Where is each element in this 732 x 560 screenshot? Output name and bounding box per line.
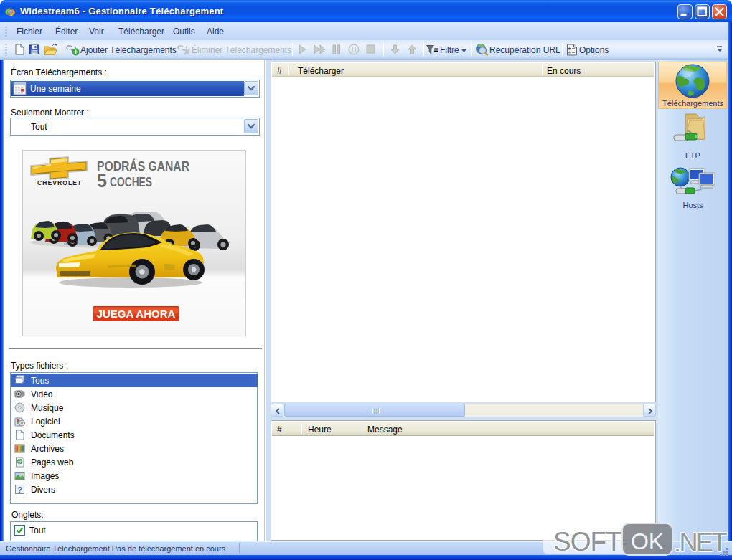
svg-text:PODRÁS GANAR: PODRÁS GANAR bbox=[97, 158, 189, 174]
svg-text:5: 5 bbox=[97, 171, 107, 191]
svg-text:CHEVROLET: CHEVROLET bbox=[37, 179, 82, 186]
svg-text:COCHES: COCHES bbox=[110, 174, 152, 189]
svg-text:JUEGA AHORA: JUEGA AHORA bbox=[97, 308, 176, 320]
svg-text:?: ? bbox=[17, 485, 22, 494]
